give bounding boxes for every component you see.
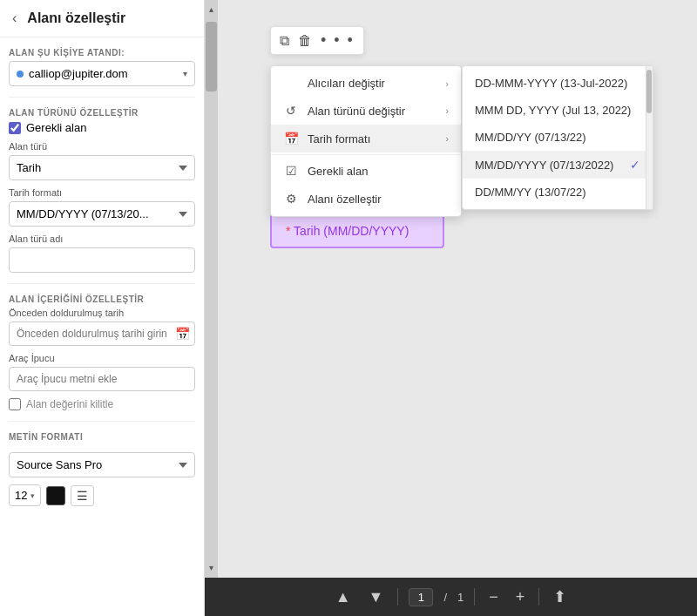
menu-item-alicilari[interactable]: Alıcıları değiştir › bbox=[271, 70, 461, 97]
submenu-item-dd-mm-yy[interactable]: DD/MM/YY (13/07/22) bbox=[463, 179, 653, 206]
assigned-email: calliop@jupiter.dom bbox=[29, 67, 128, 80]
menu-divider-1 bbox=[271, 154, 461, 155]
tarih-formati-icon: 📅 bbox=[283, 132, 299, 146]
divider-bottom-1 bbox=[397, 588, 398, 606]
main-scrollbar[interactable]: ▴ ▾ bbox=[205, 0, 218, 578]
canvas-wrapper: ▴ ▾ ⧉ 🗑 • • • Alıcıları bbox=[205, 0, 697, 578]
gerekli-label: Gerekli alan bbox=[308, 165, 368, 178]
page-number-input[interactable] bbox=[409, 588, 433, 606]
field-type-field: Alan türü Tarih bbox=[9, 141, 195, 180]
submenu-item-dd-mmm-yyyy[interactable]: DD-MMM-YYYY (13-Jul-2022) bbox=[463, 70, 653, 97]
scroll-down-arrow[interactable]: ▾ bbox=[209, 560, 213, 576]
field-name-title: Alan türü adı bbox=[9, 234, 195, 244]
canvas: ⧉ 🗑 • • • Alıcıları değiştir › bbox=[218, 0, 697, 578]
text-format-section: METİN FORMATI Source Sans Pro 12 ▾ ☰ bbox=[9, 432, 195, 506]
submenu-tarih-formati: DD-MMM-YYYY (13-Jul-2022) MMM DD, YYYY (… bbox=[462, 65, 653, 210]
submenu-label-mm-dd-yyyy: MM/DD/YYYY (07/13/2022) bbox=[475, 159, 613, 172]
main-area: ▴ ▾ ⧉ 🗑 • • • Alıcıları bbox=[205, 0, 697, 616]
tooltip-input-wrapper bbox=[9, 367, 195, 391]
submenu-item-mm-dd-yy[interactable]: MM/DD/YY (07/13/22) bbox=[463, 124, 653, 151]
back-button[interactable]: ‹ bbox=[9, 10, 20, 26]
copy-icon[interactable]: ⧉ bbox=[280, 33, 289, 49]
date-format-field: Tarih formatı MM/DD/YYYY (07/13/20... bbox=[9, 187, 195, 227]
required-checkbox[interactable] bbox=[9, 122, 21, 134]
content-section: ALAN İÇERİĞİNİ ÖZELLEŞTİR Önceden doldur… bbox=[9, 294, 195, 410]
user-dot bbox=[17, 71, 24, 78]
download-button[interactable]: ⬆ bbox=[550, 584, 570, 610]
submenu-label-dd-mm-yy: DD/MM/YY (13/07/22) bbox=[475, 186, 586, 199]
alicilari-arrow: › bbox=[445, 78, 449, 89]
menu-item-ozellestir[interactable]: ⚙ Alanı özelleştir bbox=[271, 185, 461, 213]
assigned-dropdown-inner: calliop@jupiter.dom bbox=[17, 67, 128, 80]
alan-turu-icon: ↺ bbox=[283, 104, 299, 118]
menu-item-gerekli[interactable]: ☑ Gerekli alan bbox=[271, 157, 461, 185]
context-menu: Alıcıları değiştir › ↺ Alan türünü değiş… bbox=[270, 65, 462, 217]
field-name-input[interactable]: Tarih Alanı 1 bbox=[9, 247, 195, 273]
page-up-button[interactable]: ▲ bbox=[332, 585, 355, 610]
tooltip-field: Araç İpucu bbox=[9, 353, 195, 391]
prefill-label: Önceden doldurulmuş tarih bbox=[9, 308, 195, 318]
zoom-out-button[interactable]: − bbox=[485, 585, 502, 610]
date-field-box[interactable]: * Tarih (MM/DD/YYYY) bbox=[270, 213, 444, 248]
trash-icon[interactable]: 🗑 bbox=[298, 33, 312, 49]
content-label: ALAN İÇERİĞİNİ ÖZELLEŞTİR bbox=[9, 294, 195, 304]
color-swatch[interactable] bbox=[46, 486, 65, 505]
divider-2 bbox=[9, 283, 195, 284]
submenu-scroll-thumb bbox=[646, 70, 652, 113]
align-button[interactable]: ☰ bbox=[71, 485, 94, 506]
ozellestir-icon: ⚙ bbox=[283, 192, 299, 206]
submenu-label-dd-mmm-yyyy: DD-MMM-YYYY (13-Jul-2022) bbox=[475, 77, 627, 90]
page-separator: / bbox=[443, 591, 447, 604]
divider-3 bbox=[9, 421, 195, 422]
required-label: Gerekli alan bbox=[26, 121, 86, 134]
menu-item-tarih-formati[interactable]: 📅 Tarih formatı › bbox=[271, 125, 461, 152]
scroll-track bbox=[205, 17, 218, 560]
submenu-item-mm-dd-yyyy[interactable]: MM/DD/YYYY (07/13/2022) ✓ bbox=[463, 151, 653, 179]
alicilari-label: Alıcıları değiştir bbox=[308, 77, 385, 90]
divider-bottom-2 bbox=[474, 588, 475, 606]
scroll-thumb bbox=[206, 22, 217, 91]
field-toolbar: ⧉ 🗑 • • • bbox=[270, 26, 364, 55]
field-type-label: ALAN TÜRÜNÜ ÖZELLEŞTİR bbox=[9, 108, 195, 118]
date-format-title: Tarih formatı bbox=[9, 187, 195, 198]
field-name-field: Alan türü adı Tarih Alanı 1 bbox=[9, 234, 195, 273]
menu-item-alan-turu[interactable]: ↺ Alan türünü değiştir › bbox=[271, 97, 461, 125]
font-select[interactable]: Source Sans Pro bbox=[9, 452, 195, 477]
left-panel: ‹ Alanı özelleştir ALAN ŞU KİŞİYE ATANDI… bbox=[0, 0, 205, 616]
font-size-control[interactable]: 12 ▾ bbox=[9, 484, 41, 506]
lock-checkbox[interactable] bbox=[9, 398, 21, 410]
more-options-icon[interactable]: • • • bbox=[321, 31, 355, 50]
zoom-in-button[interactable]: + bbox=[512, 585, 529, 610]
tarih-formati-label: Tarih formatı bbox=[308, 132, 370, 146]
panel-title: Alanı özelleştir bbox=[27, 10, 125, 26]
prefill-field: Önceden doldurulmuş tarih 📅 bbox=[9, 308, 195, 346]
assigned-label: ALAN ŞU KİŞİYE ATANDI: bbox=[9, 48, 195, 58]
divider-1 bbox=[9, 97, 195, 98]
prefill-input[interactable] bbox=[9, 322, 195, 346]
tooltip-input[interactable] bbox=[9, 367, 195, 391]
bottom-toolbar: ▲ ▼ / 1 − + ⬆ bbox=[205, 578, 697, 616]
field-type-select[interactable]: Tarih bbox=[9, 155, 195, 180]
page-down-button[interactable]: ▼ bbox=[365, 585, 388, 610]
submenu-scrollbar bbox=[646, 66, 653, 209]
submenu-item-mmm-dd-yyyy[interactable]: MMM DD, YYYY (Jul 13, 2022) bbox=[463, 97, 653, 124]
gerekli-icon: ☑ bbox=[283, 164, 299, 178]
field-type-title: Alan türü bbox=[9, 141, 195, 152]
text-format-label: METİN FORMATI bbox=[9, 432, 195, 442]
submenu-label-mm-dd-yy: MM/DD/YY (07/13/22) bbox=[475, 131, 586, 144]
assigned-dropdown[interactable]: calliop@jupiter.dom ▾ bbox=[9, 61, 195, 86]
font-size-chevron: ▾ bbox=[30, 491, 35, 500]
scroll-up-arrow[interactable]: ▴ bbox=[209, 2, 213, 17]
alan-turu-label: Alan türünü değiştir bbox=[308, 105, 405, 118]
date-asterisk: * bbox=[286, 224, 294, 238]
panel-content: ALAN ŞU KİŞİYE ATANDI: calliop@jupiter.d… bbox=[0, 37, 204, 616]
submenu-label-mmm-dd-yyyy: MMM DD, YYYY (Jul 13, 2022) bbox=[475, 104, 631, 117]
tarih-formati-arrow: › bbox=[445, 133, 449, 144]
prefill-input-wrapper: 📅 bbox=[9, 322, 195, 346]
alan-turu-arrow: › bbox=[445, 105, 449, 116]
date-format-select[interactable]: MM/DD/YYYY (07/13/20... bbox=[9, 201, 195, 227]
page-total: 1 bbox=[457, 591, 464, 604]
panel-header: ‹ Alanı özelleştir bbox=[0, 0, 204, 37]
lock-label: Alan değerini kilitle bbox=[26, 398, 113, 410]
required-checkbox-row: Gerekli alan bbox=[9, 121, 195, 134]
